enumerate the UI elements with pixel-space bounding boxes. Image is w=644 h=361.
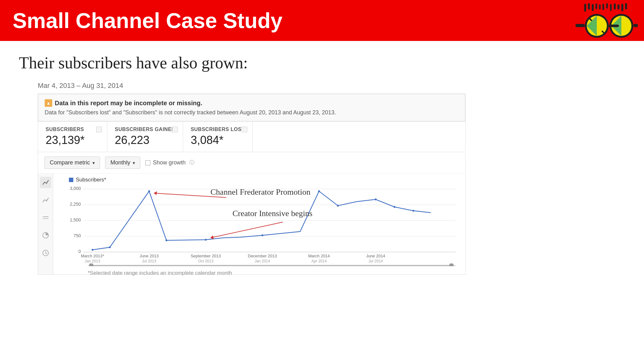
svg-rect-11 bbox=[625, 3, 627, 9]
warning-detail: Data for "Subscribers lost" and "Subscri… bbox=[45, 109, 459, 116]
svg-rect-71 bbox=[450, 264, 453, 266]
subtitle: Their subscribers have also grown: bbox=[19, 54, 625, 72]
subscribers-checkbox[interactable] bbox=[96, 127, 102, 132]
svg-text:2,250: 2,250 bbox=[70, 202, 81, 207]
lost-checkbox[interactable] bbox=[242, 127, 247, 132]
chart-area: Subscribers* 3,000 2,250 1,500 750 0 bbox=[38, 174, 465, 274]
svg-rect-8 bbox=[614, 3, 616, 9]
svg-text:September 2013: September 2013 bbox=[191, 254, 221, 258]
stat-subscribers: SUBSCRIBERS 23,139* bbox=[38, 122, 107, 152]
svg-rect-0 bbox=[584, 4, 586, 12]
svg-text:Jan 2014: Jan 2014 bbox=[255, 259, 270, 263]
svg-text:0: 0 bbox=[78, 249, 81, 254]
svg-line-66 bbox=[210, 222, 283, 238]
show-growth-control: Show growth ⓘ bbox=[145, 159, 194, 166]
stat-lost: SUBSCRIBERS LOST 3,084* bbox=[183, 122, 253, 152]
svg-text:Jul 2014: Jul 2014 bbox=[368, 259, 383, 263]
svg-rect-6 bbox=[606, 3, 608, 9]
svg-point-44 bbox=[165, 239, 167, 241]
svg-rect-1 bbox=[588, 3, 590, 9]
svg-text:1,500: 1,500 bbox=[70, 217, 81, 222]
history-icon[interactable] bbox=[40, 247, 51, 259]
svg-text:June 2013: June 2013 bbox=[140, 254, 159, 258]
svg-text:June 2014: June 2014 bbox=[366, 254, 385, 258]
page-title: Small Channel Case Study bbox=[13, 8, 283, 33]
show-growth-checkbox[interactable] bbox=[145, 160, 150, 165]
svg-rect-23 bbox=[575, 24, 585, 27]
annotation-creator-intensive: Creator Intensive begins bbox=[232, 209, 312, 218]
svg-text:March 2014: March 2014 bbox=[308, 254, 330, 258]
header: Small Channel Case Study bbox=[0, 0, 644, 41]
stats-row: SUBSCRIBERS 23,139* SUBSCRIBERS GAINED 2… bbox=[38, 121, 465, 152]
svg-rect-2 bbox=[592, 4, 594, 11]
svg-marker-65 bbox=[154, 191, 157, 195]
footnote: *Selected date range includes an incompl… bbox=[69, 267, 459, 276]
date-range: Mar 4, 2013 – Aug 31, 2014 bbox=[38, 82, 625, 90]
svg-text:3,000: 3,000 bbox=[70, 186, 81, 191]
svg-rect-4 bbox=[599, 4, 601, 9]
svg-text:Jul 2013: Jul 2013 bbox=[142, 259, 156, 263]
svg-point-43 bbox=[148, 190, 150, 192]
svg-point-49 bbox=[375, 198, 377, 200]
warning-box: ▲ Data in this report may be incomplete … bbox=[38, 94, 465, 121]
stat-gained-value: 26,223 bbox=[115, 134, 175, 147]
svg-rect-22 bbox=[609, 25, 619, 27]
svg-text:March 2013*: March 2013* bbox=[81, 254, 104, 258]
svg-point-51 bbox=[412, 210, 414, 212]
monthly-button[interactable]: Monthly bbox=[105, 157, 140, 169]
main-content: Their subscribers have also grown: Mar 4… bbox=[0, 41, 644, 287]
stat-lost-label: SUBSCRIBERS LOST bbox=[191, 127, 245, 132]
line-chart-icon[interactable] bbox=[40, 177, 51, 188]
svg-point-46 bbox=[261, 234, 263, 236]
svg-point-50 bbox=[394, 206, 395, 208]
svg-point-41 bbox=[92, 249, 93, 251]
legend-dot bbox=[69, 178, 73, 182]
show-growth-info-icon: ⓘ bbox=[189, 159, 194, 166]
svg-text:750: 750 bbox=[74, 233, 81, 238]
compare-metric-button[interactable]: Compare metric bbox=[44, 157, 100, 169]
svg-point-47 bbox=[318, 190, 320, 192]
stat-subscribers-label: SUBSCRIBERS bbox=[46, 127, 99, 132]
svg-rect-9 bbox=[618, 4, 619, 9]
svg-rect-3 bbox=[596, 3, 597, 9]
svg-rect-69 bbox=[91, 265, 450, 266]
chart-icon-bar bbox=[38, 174, 53, 274]
stat-gained-label: SUBSCRIBERS GAINED bbox=[115, 127, 175, 132]
svg-text:December 2013: December 2013 bbox=[248, 254, 277, 258]
controls-row: Compare metric Monthly Show growth ⓘ bbox=[38, 152, 465, 174]
stat-subscribers-value: 23,139* bbox=[46, 134, 99, 147]
svg-text:Apr 2014: Apr 2014 bbox=[311, 259, 327, 263]
stat-lost-value: 3,084* bbox=[191, 134, 245, 147]
warning-icon: ▲ bbox=[45, 99, 52, 107]
gained-checkbox[interactable] bbox=[172, 127, 178, 132]
area-chart-icon[interactable] bbox=[40, 194, 51, 206]
svg-rect-70 bbox=[89, 264, 93, 266]
svg-text:Oct 2013: Oct 2013 bbox=[198, 259, 214, 263]
svg-rect-7 bbox=[610, 4, 612, 11]
chart-svg-wrapper: 3,000 2,250 1,500 750 0 bbox=[69, 184, 459, 267]
svg-point-48 bbox=[337, 205, 339, 207]
pie-chart-icon[interactable] bbox=[40, 230, 51, 241]
stat-empty bbox=[253, 122, 465, 152]
svg-point-42 bbox=[109, 246, 111, 248]
svg-rect-10 bbox=[621, 4, 623, 11]
chart-container: Subscribers* 3,000 2,250 1,500 750 0 bbox=[53, 174, 465, 274]
chart-legend: Subscribers* bbox=[69, 177, 459, 183]
analytics-panel: ▲ Data in this report may be incomplete … bbox=[38, 94, 466, 275]
svg-rect-5 bbox=[602, 4, 604, 10]
svg-point-45 bbox=[205, 239, 207, 241]
svg-rect-24 bbox=[633, 24, 638, 27]
stacked-chart-icon[interactable] bbox=[40, 212, 51, 223]
svg-text:Jan 2013: Jan 2013 bbox=[85, 259, 100, 263]
annotation-channel-frederator: Channel Frederator Promotion bbox=[210, 187, 311, 197]
warning-title: ▲ Data in this report may be incomplete … bbox=[45, 99, 459, 107]
logo bbox=[575, 3, 631, 38]
stat-gained: SUBSCRIBERS GAINED 26,223 bbox=[107, 122, 183, 152]
